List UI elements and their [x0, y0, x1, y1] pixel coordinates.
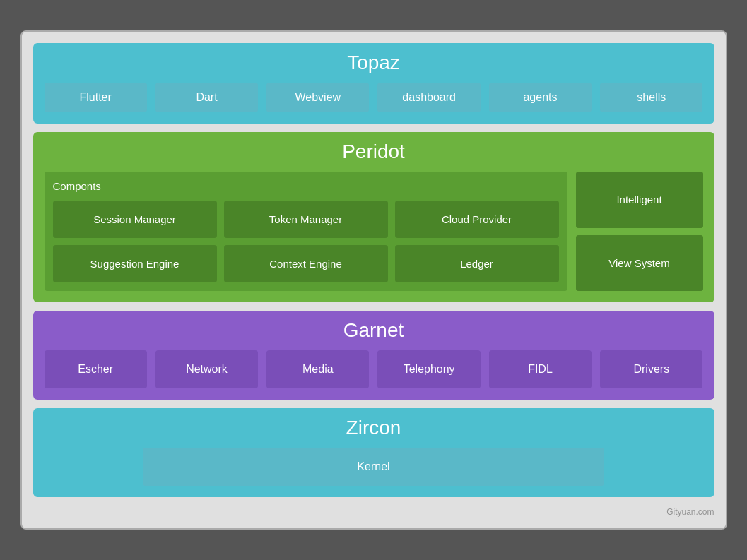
- garnet-item: Network: [155, 350, 258, 388]
- garnet-layer: Garnet EscherNetworkMediaTelephonyFIDLDr…: [33, 311, 714, 400]
- topaz-item: Webview: [266, 83, 369, 112]
- peridot-right-inner: View System: [576, 235, 703, 292]
- topaz-title: Topaz: [45, 52, 703, 74]
- componts-label: Componts: [53, 180, 559, 192]
- garnet-item: FIDL: [489, 350, 592, 388]
- peridot-layer: Peridot Componts Session ManagerToken Ma…: [33, 132, 714, 302]
- topaz-items: FlutterDartWebviewdashboardagentsshells: [45, 83, 703, 112]
- peridot-right-inner: Intelligent: [576, 172, 703, 228]
- topaz-item: shells: [600, 83, 702, 112]
- componts-item: Suggestion Engine: [53, 245, 217, 282]
- topaz-layer: Topaz FlutterDartWebviewdashboardagentss…: [33, 43, 714, 124]
- zircon-title: Zircon: [45, 417, 703, 439]
- topaz-item: dashboard: [377, 83, 480, 112]
- peridot-title: Peridot: [45, 141, 703, 163]
- topaz-item: Dart: [155, 83, 258, 112]
- kernel-box: Kernel: [143, 448, 604, 486]
- componts-item: Cloud Provider: [395, 201, 559, 238]
- componts-item: Token Manager: [224, 201, 388, 238]
- zircon-layer: Zircon Kernel: [33, 408, 714, 497]
- topaz-item: Flutter: [45, 83, 147, 112]
- garnet-item: Escher: [45, 350, 147, 388]
- architecture-diagram: Topaz FlutterDartWebviewdashboardagentss…: [20, 30, 727, 530]
- garnet-items: EscherNetworkMediaTelephonyFIDLDrivers: [45, 350, 703, 388]
- componts-item: Session Manager: [53, 201, 217, 238]
- garnet-item: Media: [266, 350, 369, 388]
- componts-item: Context Engine: [224, 245, 388, 282]
- peridot-right: IntelligentView System: [576, 172, 703, 291]
- componts-box: Componts Session ManagerToken ManagerClo…: [45, 172, 567, 291]
- garnet-item: Drivers: [600, 350, 702, 388]
- topaz-item: agents: [489, 83, 592, 112]
- garnet-item: Telephony: [377, 350, 480, 388]
- peridot-inner: Componts Session ManagerToken ManagerClo…: [45, 172, 703, 291]
- peridot-right-item: Intelligent: [576, 172, 703, 228]
- garnet-title: Garnet: [45, 319, 703, 342]
- peridot-right-item: View System: [576, 235, 703, 292]
- watermark: Gityuan.com: [33, 507, 714, 517]
- componts-grid: Session ManagerToken ManagerCloud Provid…: [53, 201, 559, 282]
- componts-item: Ledger: [395, 245, 559, 282]
